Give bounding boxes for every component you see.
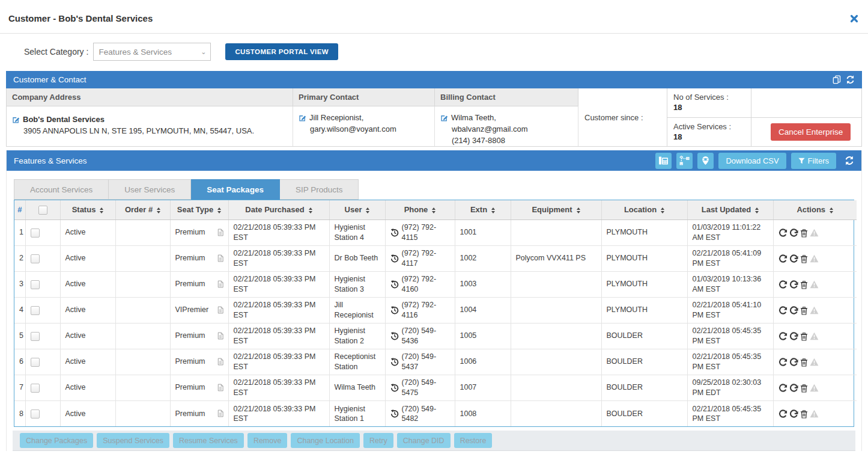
delete-action-icon[interactable] <box>800 358 808 367</box>
cancel-enterprise-button[interactable]: Cancel Enterprise <box>771 123 851 141</box>
refresh-icon[interactable] <box>846 75 855 84</box>
row-checkbox[interactable] <box>31 306 40 315</box>
call-history-icon[interactable] <box>390 280 399 289</box>
filters-button[interactable]: Filters <box>791 153 836 169</box>
refresh-action-icon[interactable] <box>778 306 788 315</box>
row-checkbox[interactable] <box>31 358 40 367</box>
retry-button[interactable]: Retry <box>363 433 393 448</box>
document-icon[interactable] <box>217 306 223 314</box>
change-packages-button[interactable]: Change Packages <box>20 433 93 448</box>
column-header-date_purchased[interactable]: Date Purchased <box>228 200 329 219</box>
delete-action-icon[interactable] <box>800 306 808 315</box>
refresh-action-icon[interactable] <box>778 280 788 289</box>
tab-sip-products[interactable]: SIP Products <box>280 179 359 200</box>
call-history-icon[interactable] <box>390 254 399 263</box>
row-checkbox[interactable] <box>31 280 40 289</box>
document-icon[interactable] <box>217 358 223 366</box>
document-icon[interactable] <box>217 280 223 288</box>
call-history-icon[interactable] <box>390 358 399 366</box>
row-checkbox[interactable] <box>31 332 40 341</box>
select-all-checkbox[interactable] <box>38 206 47 215</box>
resume-services-button[interactable]: Resume Services <box>173 433 244 448</box>
resend-action-icon[interactable] <box>789 254 798 263</box>
column-header-last_updated[interactable]: Last Updated <box>687 200 773 219</box>
call-history-icon[interactable] <box>390 228 399 237</box>
document-icon[interactable] <box>217 409 223 417</box>
close-icon[interactable] <box>850 14 858 23</box>
row-checkbox[interactable] <box>31 384 40 393</box>
suspend-services-button[interactable]: Suspend Services <box>97 433 169 448</box>
call-history-icon[interactable] <box>390 384 399 392</box>
customer-portal-view-button[interactable]: CUSTOMER PORTAL VIEW <box>225 43 338 60</box>
refresh-action-icon[interactable] <box>778 228 788 238</box>
delete-action-icon[interactable] <box>800 384 808 393</box>
resend-action-icon[interactable] <box>789 306 798 315</box>
document-icon[interactable] <box>217 228 223 236</box>
column-header-status[interactable]: Status <box>60 200 115 219</box>
document-icon[interactable] <box>217 384 223 391</box>
cell-date-purchased: 02/21/2018 05:39:33 PM EST <box>228 323 329 349</box>
sort-icon[interactable] <box>491 207 495 213</box>
resend-action-icon[interactable] <box>789 384 798 393</box>
column-header-location[interactable]: Location <box>601 200 687 219</box>
edit-icon[interactable] <box>299 114 306 122</box>
edit-icon[interactable] <box>12 116 20 124</box>
table-row: 7ActivePremium02/21/2018 05:39:33 PM EST… <box>14 375 857 400</box>
sort-icon[interactable] <box>755 207 759 213</box>
edit-icon[interactable] <box>440 114 448 122</box>
refresh-icon[interactable] <box>845 156 854 165</box>
delete-action-icon[interactable] <box>800 409 808 419</box>
resend-action-icon[interactable] <box>789 228 798 238</box>
sort-icon[interactable] <box>661 207 664 213</box>
tab-seat-packages[interactable]: Seat Packages <box>191 179 280 200</box>
sitemap-button[interactable] <box>676 153 693 169</box>
call-history-icon[interactable] <box>390 306 399 314</box>
refresh-action-icon[interactable] <box>778 358 788 367</box>
sort-icon[interactable] <box>432 207 436 213</box>
refresh-action-icon[interactable] <box>778 384 788 393</box>
refresh-action-icon[interactable] <box>778 254 788 263</box>
delete-action-icon[interactable] <box>800 332 808 341</box>
refresh-action-icon[interactable] <box>778 409 788 419</box>
tab-user-services[interactable]: User Services <box>109 179 191 200</box>
resend-action-icon[interactable] <box>789 280 798 289</box>
copy-icon[interactable] <box>833 75 841 84</box>
sort-icon[interactable] <box>309 207 312 213</box>
column-header-equipment[interactable]: Equipment <box>511 200 601 219</box>
sort-icon[interactable] <box>366 207 369 213</box>
change-location-button[interactable]: Change Location <box>291 433 360 448</box>
row-checkbox[interactable] <box>31 228 40 238</box>
sort-icon[interactable] <box>577 207 580 213</box>
resend-action-icon[interactable] <box>789 409 798 419</box>
download-csv-button[interactable]: Download CSV <box>718 153 786 169</box>
call-history-icon[interactable] <box>390 332 399 340</box>
change-did-button[interactable]: Change DID <box>397 433 451 448</box>
category-select[interactable]: Features & Services <box>93 43 211 61</box>
delete-action-icon[interactable] <box>800 254 808 263</box>
remove-button[interactable]: Remove <box>247 433 288 448</box>
column-header-seat_type[interactable]: Seat Type <box>170 200 228 219</box>
column-header-phone[interactable]: Phone <box>385 200 455 219</box>
delete-action-icon[interactable] <box>800 228 808 238</box>
call-history-icon[interactable] <box>390 409 399 418</box>
column-header-extn[interactable]: Extn <box>455 200 511 219</box>
column-header-user[interactable]: User <box>329 200 385 219</box>
sort-icon[interactable] <box>157 207 160 213</box>
column-header-order[interactable]: Order # <box>115 200 170 219</box>
sort-icon[interactable] <box>217 207 221 213</box>
sort-icon[interactable] <box>830 207 833 213</box>
column-header-actions[interactable]: Actions <box>773 200 857 219</box>
resend-action-icon[interactable] <box>789 358 798 367</box>
document-icon[interactable] <box>217 332 223 340</box>
restore-button[interactable]: Restore <box>454 433 493 448</box>
document-icon[interactable] <box>217 254 223 262</box>
row-checkbox[interactable] <box>31 409 40 419</box>
delete-action-icon[interactable] <box>800 280 808 289</box>
phone-systems-button[interactable] <box>655 153 672 169</box>
sort-icon[interactable] <box>100 207 103 213</box>
row-checkbox[interactable] <box>31 254 40 263</box>
refresh-action-icon[interactable] <box>778 332 788 341</box>
tab-account-services[interactable]: Account Services <box>14 179 109 200</box>
resend-action-icon[interactable] <box>789 332 798 341</box>
locations-button[interactable] <box>697 153 714 169</box>
